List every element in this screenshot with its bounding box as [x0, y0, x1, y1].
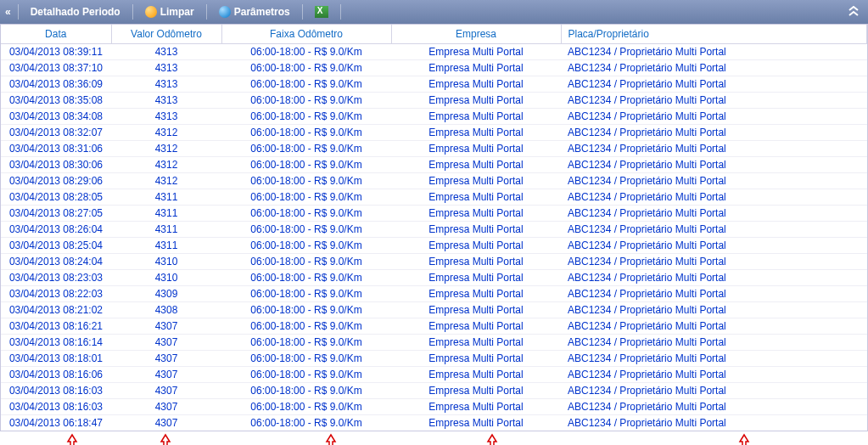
table-row[interactable]: 03/04/2013 08:16:21430706:00-18:00 - R$ …	[1, 318, 867, 335]
cell-faixa: 06:00-18:00 - R$ 9.0/Km	[221, 254, 391, 270]
table-row[interactable]: 03/04/2013 08:16:03430706:00-18:00 - R$ …	[1, 383, 867, 399]
data-table: Data Valor Odômetro Faixa Odômetro Empre…	[1, 25, 867, 431]
table-row[interactable]: 03/04/2013 08:16:03430706:00-18:00 - R$ …	[1, 399, 867, 415]
cell-empresa: Empresa Multi Portal	[391, 44, 561, 60]
cell-faixa: 06:00-18:00 - R$ 9.0/Km	[221, 157, 391, 173]
cell-empresa: Empresa Multi Portal	[391, 399, 561, 415]
cell-faixa: 06:00-18:00 - R$ 9.0/Km	[221, 399, 391, 415]
cell-empresa: Empresa Multi Portal	[391, 415, 561, 431]
cell-data: 03/04/2013 08:28:05	[1, 189, 111, 206]
arrow-up-icon	[486, 433, 498, 445]
table-row[interactable]: 03/04/2013 08:34:08431306:00-18:00 - R$ …	[1, 109, 867, 125]
cell-valor: 4312	[111, 141, 221, 157]
cell-empresa: Empresa Multi Portal	[391, 93, 561, 109]
col-header-faixa[interactable]: Faixa Odômetro	[221, 25, 391, 44]
collapse-up-icon[interactable]	[844, 4, 863, 20]
annotation-data: Data/Horário da Mensagem	[0, 433, 110, 445]
cell-empresa: Empresa Multi Portal	[391, 238, 561, 254]
col-header-data[interactable]: Data	[1, 25, 111, 44]
cell-placa: ABC1234 / Proprietário Multi Portal	[561, 173, 867, 189]
table-row[interactable]: 03/04/2013 08:18:01430706:00-18:00 - R$ …	[1, 351, 867, 367]
col-header-placa[interactable]: Placa/Proprietário	[561, 25, 867, 44]
table-row[interactable]: 03/04/2013 06:18:47430706:00-18:00 - R$ …	[1, 415, 867, 431]
cell-valor: 4311	[111, 189, 221, 206]
cell-faixa: 06:00-18:00 - R$ 9.0/Km	[221, 109, 391, 125]
settings-icon	[219, 6, 231, 18]
cell-faixa: 06:00-18:00 - R$ 9.0/Km	[221, 60, 391, 76]
table-row[interactable]: 03/04/2013 08:31:06431206:00-18:00 - R$ …	[1, 141, 867, 157]
table-row[interactable]: 03/04/2013 08:26:04431106:00-18:00 - R$ …	[1, 222, 867, 238]
annotation-faixa: Faixa de horário que esta mensagem se en…	[221, 433, 390, 445]
table-row[interactable]: 03/04/2013 08:16:14430706:00-18:00 - R$ …	[1, 335, 867, 351]
table-row[interactable]: 03/04/2013 08:30:06431206:00-18:00 - R$ …	[1, 157, 867, 173]
cell-faixa: 06:00-18:00 - R$ 9.0/Km	[221, 270, 391, 286]
table-row[interactable]: 03/04/2013 08:24:04431006:00-18:00 - R$ …	[1, 254, 867, 270]
cell-placa: ABC1234 / Proprietário Multi Portal	[561, 254, 867, 270]
cell-valor: 4307	[111, 318, 221, 335]
cell-faixa: 06:00-18:00 - R$ 9.0/Km	[221, 318, 391, 335]
table-row[interactable]: 03/04/2013 08:39:11431306:00-18:00 - R$ …	[1, 44, 867, 60]
table-row[interactable]: 03/04/2013 08:23:03431006:00-18:00 - R$ …	[1, 270, 867, 286]
cell-empresa: Empresa Multi Portal	[391, 335, 561, 351]
table-row[interactable]: 03/04/2013 08:22:03430906:00-18:00 - R$ …	[1, 286, 867, 302]
arrow-up-icon	[738, 433, 750, 445]
detalhado-button[interactable]: Detalhado Periodo	[25, 4, 126, 20]
cell-placa: ABC1234 / Proprietário Multi Portal	[561, 367, 867, 383]
excel-icon	[315, 6, 328, 18]
collapse-left-icon[interactable]: «	[5, 6, 11, 18]
cell-valor: 4309	[111, 286, 221, 302]
table-row[interactable]: 03/04/2013 08:28:05431106:00-18:00 - R$ …	[1, 189, 867, 206]
cell-faixa: 06:00-18:00 - R$ 9.0/Km	[221, 189, 391, 206]
table-row[interactable]: 03/04/2013 08:36:09431306:00-18:00 - R$ …	[1, 76, 867, 93]
separator	[132, 4, 133, 20]
detalhado-label: Detalhado Periodo	[31, 6, 120, 18]
separator	[340, 4, 341, 20]
cell-empresa: Empresa Multi Portal	[391, 125, 561, 141]
parametros-label: Parâmetros	[234, 6, 290, 18]
cell-faixa: 06:00-18:00 - R$ 9.0/Km	[221, 383, 391, 399]
cell-faixa: 06:00-18:00 - R$ 9.0/Km	[221, 141, 391, 157]
parametros-button[interactable]: Parâmetros	[214, 4, 295, 20]
cell-faixa: 06:00-18:00 - R$ 9.0/Km	[221, 173, 391, 189]
cell-valor: 4307	[111, 383, 221, 399]
table-row[interactable]: 03/04/2013 08:32:07431206:00-18:00 - R$ …	[1, 125, 867, 141]
cell-placa: ABC1234 / Proprietário Multi Portal	[561, 222, 867, 238]
cell-data: 03/04/2013 08:16:03	[1, 399, 111, 415]
cell-data: 03/04/2013 08:32:07	[1, 125, 111, 141]
cell-data: 03/04/2013 08:29:06	[1, 173, 111, 189]
cell-placa: ABC1234 / Proprietário Multi Portal	[561, 302, 867, 318]
cell-faixa: 06:00-18:00 - R$ 9.0/Km	[221, 222, 391, 238]
table-row[interactable]: 03/04/2013 08:29:06431206:00-18:00 - R$ …	[1, 173, 867, 189]
table-row[interactable]: 03/04/2013 08:27:05431106:00-18:00 - R$ …	[1, 206, 867, 222]
col-header-empresa[interactable]: Empresa	[391, 25, 561, 44]
table-row[interactable]: 03/04/2013 08:35:08431306:00-18:00 - R$ …	[1, 93, 867, 109]
cell-placa: ABC1234 / Proprietário Multi Portal	[561, 76, 867, 93]
annotation-empresa: Nome da empresa	[390, 433, 560, 445]
table-row[interactable]: 03/04/2013 08:25:04431106:00-18:00 - R$ …	[1, 238, 867, 254]
cell-empresa: Empresa Multi Portal	[391, 286, 561, 302]
table-row[interactable]: 03/04/2013 08:16:06430706:00-18:00 - R$ …	[1, 367, 867, 383]
cell-data: 03/04/2013 08:22:03	[1, 286, 111, 302]
cell-placa: ABC1234 / Proprietário Multi Portal	[561, 238, 867, 254]
export-excel-button[interactable]	[310, 4, 333, 20]
cell-empresa: Empresa Multi Portal	[391, 222, 561, 238]
cell-faixa: 06:00-18:00 - R$ 9.0/Km	[221, 76, 391, 93]
cell-data: 03/04/2013 08:39:11	[1, 44, 111, 60]
table-row[interactable]: 03/04/2013 08:37:10431306:00-18:00 - R$ …	[1, 60, 867, 76]
cell-data: 03/04/2013 08:31:06	[1, 141, 111, 157]
cell-placa: ABC1234 / Proprietário Multi Portal	[561, 399, 867, 415]
col-header-valor[interactable]: Valor Odômetro	[111, 25, 221, 44]
limpar-button[interactable]: Limpar	[140, 4, 199, 20]
cell-data: 03/04/2013 08:23:03	[1, 270, 111, 286]
cell-faixa: 06:00-18:00 - R$ 9.0/Km	[221, 93, 391, 109]
separator	[302, 4, 303, 20]
arrow-up-icon	[325, 433, 337, 445]
cell-valor: 4312	[111, 157, 221, 173]
separator	[18, 4, 19, 20]
cell-placa: ABC1234 / Proprietário Multi Portal	[561, 415, 867, 431]
cell-placa: ABC1234 / Proprietário Multi Portal	[561, 157, 867, 173]
cell-faixa: 06:00-18:00 - R$ 9.0/Km	[221, 351, 391, 367]
table-row[interactable]: 03/04/2013 08:21:02430806:00-18:00 - R$ …	[1, 302, 867, 318]
cell-valor: 4312	[111, 125, 221, 141]
toolbar: « Detalhado Periodo Limpar Parâmetros	[0, 0, 868, 24]
